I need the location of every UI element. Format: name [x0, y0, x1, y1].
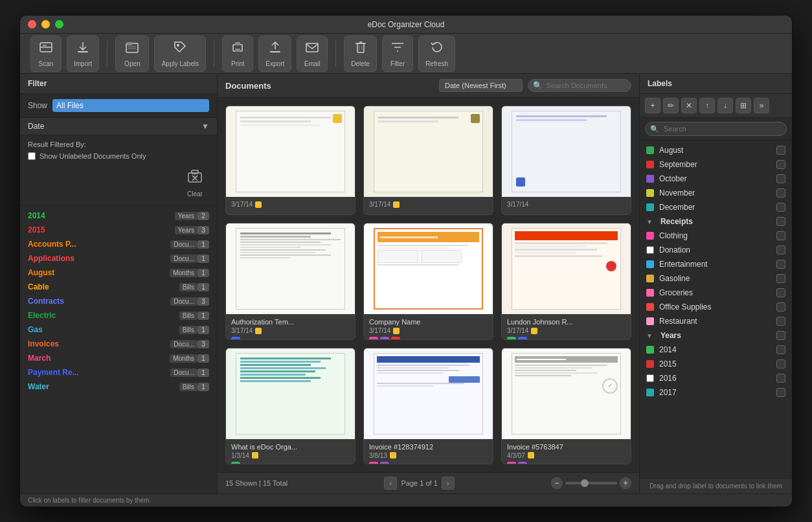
- filter-button[interactable]: Filter: [382, 36, 413, 72]
- filter-label-applications[interactable]: Applications Docu... 1: [20, 251, 217, 266]
- filter-label-accounts[interactable]: Accounts P... Docu... 1: [20, 237, 217, 251]
- unlabeled-checkbox[interactable]: [28, 152, 36, 160]
- scan-button[interactable]: Scan: [30, 36, 62, 72]
- label-office-supplies[interactable]: Office Supplies: [640, 300, 792, 314]
- prev-page-button[interactable]: ‹: [384, 477, 397, 490]
- label-entertainment[interactable]: Entertainment: [640, 257, 792, 271]
- label-gasoline-toggle[interactable]: [776, 274, 785, 283]
- add-label-button[interactable]: +: [645, 98, 660, 113]
- close-button[interactable]: [28, 20, 36, 28]
- label-2015-right-toggle[interactable]: [776, 359, 785, 369]
- filter-label-gas[interactable]: Gas Bills 1: [20, 323, 217, 337]
- filter-label-water[interactable]: Water Bills 1: [20, 380, 217, 394]
- filter-label-august[interactable]: August Months 1: [20, 266, 217, 280]
- label-donation-toggle[interactable]: [776, 245, 785, 255]
- grid-view-button[interactable]: ⊞: [736, 98, 751, 113]
- years-section-header[interactable]: ▼ Years: [640, 328, 792, 343]
- zoom-slider[interactable]: [565, 482, 617, 484]
- label-gasoline-name: Gasoline: [659, 274, 690, 283]
- print-label: Print: [231, 60, 245, 67]
- label-2016-color: [646, 374, 654, 382]
- apply-labels-button[interactable]: Apply Labels: [154, 36, 206, 72]
- label-september-toggle[interactable]: [776, 160, 785, 169]
- label-2016[interactable]: 2016: [640, 371, 792, 385]
- label-2016-toggle[interactable]: [776, 374, 785, 383]
- doc-card-lundon[interactable]: Lundon Johnson R... 3/17/14: [501, 223, 631, 340]
- labels-search-input[interactable]: [645, 122, 787, 136]
- doc-card-1[interactable]: 3/17/14: [225, 106, 355, 215]
- filter-label-contracts[interactable]: Contracts Docu... 3: [20, 294, 217, 308]
- open-button[interactable]: Open: [115, 36, 149, 72]
- label-october-toggle[interactable]: [776, 174, 785, 183]
- label-office-supplies-toggle[interactable]: [776, 302, 785, 312]
- label-gasoline[interactable]: Gasoline: [640, 271, 792, 286]
- label-2017-toggle[interactable]: [776, 388, 785, 397]
- filter-show-select[interactable]: All Files: [52, 99, 209, 112]
- label-donation-name: Donation: [659, 245, 690, 255]
- label-groceries[interactable]: Groceries: [640, 286, 792, 300]
- doc-date-row-edoc: 1/3/14: [231, 452, 350, 459]
- receipts-section-header[interactable]: ▼ Receipts: [640, 214, 792, 229]
- label-december-toggle[interactable]: [776, 203, 785, 212]
- minimize-button[interactable]: [41, 20, 50, 28]
- label-groceries-toggle[interactable]: [776, 288, 785, 297]
- delete-button[interactable]: Delete: [344, 36, 377, 72]
- edit-label-button[interactable]: ✏: [663, 98, 679, 113]
- label-2015-right[interactable]: 2015: [640, 357, 792, 371]
- doc-card-edoc[interactable]: What is eDoc Orga... 1/3/14: [225, 348, 355, 465]
- doc-card-3[interactable]: 3/17/14: [501, 106, 631, 215]
- label-restaurant-toggle[interactable]: [776, 317, 785, 326]
- export-button[interactable]: Export: [258, 36, 291, 72]
- clear-button[interactable]: Clear: [181, 165, 209, 200]
- doc-tag-lundon-1: [507, 337, 516, 340]
- label-november-toggle[interactable]: [776, 188, 785, 198]
- doc-card-invoice2[interactable]: ✓ Invoice #5763847 4/3/07: [501, 348, 631, 465]
- label-2017[interactable]: 2017: [640, 385, 792, 400]
- filter-label-electric[interactable]: Electric Bills 1: [20, 308, 217, 323]
- label-august[interactable]: August: [640, 143, 792, 157]
- years-toggle[interactable]: [776, 331, 785, 340]
- filter-label-cable[interactable]: Cable Bills 1: [20, 280, 217, 294]
- filter-date-row[interactable]: Date ▼: [20, 118, 217, 135]
- print-button[interactable]: Print: [222, 36, 253, 72]
- label-december[interactable]: December: [640, 200, 792, 214]
- label-entertainment-toggle[interactable]: [776, 260, 785, 269]
- filter-label-accounts-left: Accounts P...: [28, 240, 170, 249]
- label-2014-right[interactable]: 2014: [640, 343, 792, 357]
- doc-card-2[interactable]: 3/17/14: [363, 106, 493, 215]
- delete-label-button[interactable]: ✕: [681, 98, 697, 113]
- more-options-button[interactable]: »: [754, 98, 769, 113]
- doc-card-auth[interactable]: Authorization Tem... 3/17/14: [225, 223, 355, 340]
- next-page-button[interactable]: ›: [442, 477, 455, 490]
- doc-info-edoc: What is eDoc Orga... 1/3/14: [226, 439, 355, 465]
- label-november[interactable]: November: [640, 186, 792, 200]
- label-donation[interactable]: Donation: [640, 243, 792, 257]
- filter-label-2015[interactable]: 2015 Years 3: [20, 223, 217, 237]
- email-button[interactable]: Email: [297, 36, 328, 72]
- filter-label-2014[interactable]: 2014 Years 2: [20, 209, 217, 223]
- filter-label-payment[interactable]: Payment Re... Docu... 1: [20, 365, 217, 380]
- label-august-toggle[interactable]: [776, 146, 785, 155]
- zoom-out-button[interactable]: −: [551, 477, 563, 489]
- sort-select[interactable]: Date (Newest First) Date (Oldest First) …: [439, 79, 523, 92]
- svg-rect-12: [270, 51, 280, 52]
- move-down-label-button[interactable]: ↓: [717, 98, 733, 113]
- label-october[interactable]: October: [640, 172, 792, 186]
- doc-card-company[interactable]: Company Name 3/17/14: [363, 223, 493, 340]
- label-restaurant[interactable]: Restaurant: [640, 314, 792, 328]
- label-clothing-toggle[interactable]: [776, 231, 785, 240]
- label-september[interactable]: September: [640, 157, 792, 172]
- maximize-button[interactable]: [55, 20, 63, 28]
- import-button[interactable]: Import: [67, 36, 99, 72]
- label-clothing[interactable]: Clothing: [640, 229, 792, 243]
- doc-card-invoice1[interactable]: Invoice #128374912 3/8/13: [363, 348, 493, 465]
- move-up-label-button[interactable]: ↑: [699, 98, 715, 113]
- search-input[interactable]: [528, 79, 631, 92]
- receipts-toggle[interactable]: [776, 217, 785, 226]
- filter-label-invoices[interactable]: Invoices Docu... 3: [20, 337, 217, 351]
- refresh-button[interactable]: Refresh: [418, 36, 455, 72]
- zoom-in-button[interactable]: +: [620, 477, 631, 489]
- filter-label-march[interactable]: March Months 1: [20, 351, 217, 365]
- filter-label-invoices-name: Invoices: [28, 339, 59, 348]
- label-2014-right-toggle[interactable]: [776, 345, 785, 354]
